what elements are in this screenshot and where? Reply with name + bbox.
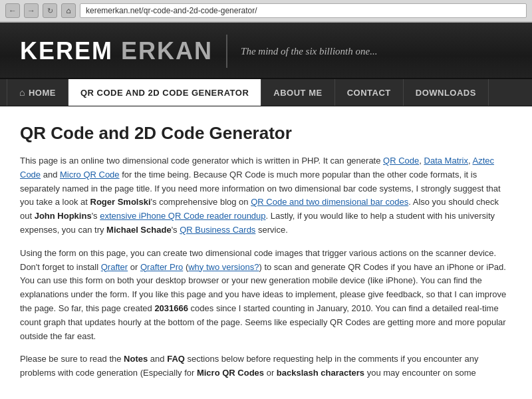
faq-label: FAQ xyxy=(167,354,185,364)
tagline: The mind of the six billionth one... xyxy=(241,46,377,57)
logo-part1: KEREM xyxy=(20,37,113,65)
browser-chrome: ← → ↻ ⌂ keremerkan.net/qr-code-and-2d-co… xyxy=(0,0,532,23)
site-nav: ⌂ HOME QR CODE AND 2D CODE GENERATOR ABO… xyxy=(0,79,532,106)
code-count: 2031666 xyxy=(154,303,188,313)
nav-item-downloads[interactable]: DOWNLOADS xyxy=(404,79,489,106)
logo: KEREM ERKAN xyxy=(20,37,213,65)
link-qr-blog[interactable]: QR Code and two dimensional bar codes xyxy=(251,197,408,207)
name-hopkins: John Hopkins xyxy=(35,211,92,221)
nav-label-contact: CONTACT xyxy=(347,88,391,98)
micro-qr-label: Micro QR Codes xyxy=(197,368,264,378)
url-text: keremerkan.net/qr-code-and-2d-code-gener… xyxy=(86,6,257,15)
nav-item-qrcode[interactable]: QR CODE AND 2D CODE GENERATOR xyxy=(68,79,261,106)
nav-label-home: HOME xyxy=(29,88,56,98)
nav-label-downloads: DOWNLOADS xyxy=(416,88,476,98)
reload-button[interactable]: ↻ xyxy=(43,3,57,18)
logo-part2: ERKAN xyxy=(121,37,213,65)
home-button[interactable]: ⌂ xyxy=(61,3,76,18)
page-title: QR Code and 2D Code Generator xyxy=(20,123,512,144)
link-why-versions[interactable]: why two versions? xyxy=(188,262,259,272)
content-area: QR Code and 2D Code Generator This page … xyxy=(0,106,532,399)
nav-label-qrcode: QR CODE AND 2D CODE GENERATOR xyxy=(80,88,249,98)
forward-button[interactable]: → xyxy=(24,3,39,18)
nav-label-about: ABOUT ME xyxy=(273,88,322,98)
link-qr-code[interactable]: QR Code xyxy=(383,156,419,166)
nav-item-contact[interactable]: CONTACT xyxy=(335,79,404,106)
link-business-cards[interactable]: QR Business Cards xyxy=(180,225,255,235)
backslash-label: backslash characters xyxy=(277,368,364,378)
link-qrafter-pro[interactable]: Qrafter Pro xyxy=(140,262,183,272)
site-header: KEREM ERKAN The mind of the six billiont… xyxy=(0,23,532,79)
link-data-matrix[interactable]: Data Matrix xyxy=(424,156,468,166)
paragraph-1: This page is an online two dimensional c… xyxy=(20,154,512,237)
paragraph-2: Using the form on this page, you can cre… xyxy=(20,247,512,344)
link-qrafter[interactable]: Qrafter xyxy=(101,262,128,272)
nav-item-home[interactable]: ⌂ HOME xyxy=(7,79,68,106)
nav-item-about[interactable]: ABOUT ME xyxy=(261,79,334,106)
logo-area: KEREM ERKAN The mind of the six billiont… xyxy=(20,35,377,68)
link-micro-qr[interactable]: Micro QR Code xyxy=(60,170,120,180)
home-icon: ⌂ xyxy=(19,87,25,98)
logo-divider xyxy=(226,35,227,68)
name-smolski: Roger Smolski xyxy=(90,197,151,207)
back-button[interactable]: ← xyxy=(5,3,20,18)
address-bar[interactable]: keremerkan.net/qr-code-and-2d-code-gener… xyxy=(80,3,527,18)
link-iphone-roundup[interactable]: extensive iPhone QR Code reader roundup xyxy=(100,211,265,221)
site-wrapper: KEREM ERKAN The mind of the six billiont… xyxy=(0,23,532,399)
notes-label: Notes xyxy=(124,354,148,364)
paragraph-3: Please be sure to read the Notes and FAQ… xyxy=(20,352,512,380)
name-schade: Michael Schade xyxy=(106,225,172,235)
browser-toolbar: ← → ↻ ⌂ keremerkan.net/qr-code-and-2d-co… xyxy=(0,0,532,22)
